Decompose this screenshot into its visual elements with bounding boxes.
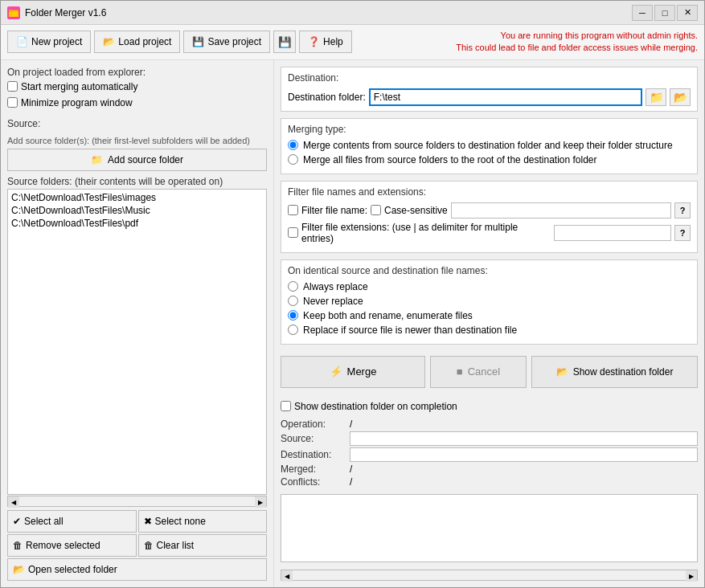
show-dest-on-complete-row: Show destination folder on completion xyxy=(281,401,698,412)
filter-name-help-button[interactable]: ? xyxy=(674,202,691,218)
load-project-button[interactable]: 📂 Load project xyxy=(94,31,180,53)
merged-row: Merged: / xyxy=(281,463,698,475)
case-sensitive-checkbox[interactable] xyxy=(371,205,381,215)
bottom-buttons: ✔ Select all ✖ Select none 🗑 Remove sele… xyxy=(7,510,267,581)
minimize-button[interactable]: ─ xyxy=(632,5,653,21)
operation-row: Operation: / xyxy=(281,419,698,430)
operation-label: Operation: xyxy=(281,419,345,430)
list-item[interactable]: C:\NetDownload\TestFiles\images xyxy=(10,191,264,204)
source-progress-row: Source: xyxy=(281,431,698,446)
merged-value: / xyxy=(350,463,352,475)
extra-button[interactable]: 💾 xyxy=(273,31,296,53)
new-project-icon: 📄 xyxy=(16,36,28,47)
clear-list-icon: 🗑 xyxy=(144,540,154,551)
minimize-window-checkbox[interactable] xyxy=(7,97,18,108)
identical-option4-row: Replace if source file is newer than des… xyxy=(288,325,691,336)
svg-rect-1 xyxy=(9,11,18,17)
minimize-window-row: Minimize program window xyxy=(7,97,267,108)
filter-name-input[interactable] xyxy=(451,202,671,218)
toolbar: 📄 New project 📂 Load project 💾 Save proj… xyxy=(1,25,704,60)
select-all-icon: ✔ xyxy=(13,516,21,527)
select-all-button[interactable]: ✔ Select all xyxy=(7,510,137,533)
window-controls: ─ □ ✕ xyxy=(632,5,698,21)
merging-type-title: Merging type: xyxy=(288,124,691,135)
list-item[interactable]: C:\NetDownload\TestFiles\pdf xyxy=(10,217,264,230)
scroll-track[interactable] xyxy=(19,496,255,506)
log-scroll-left[interactable]: ◀ xyxy=(281,570,293,582)
main-content: On project loaded from explorer: Start m… xyxy=(1,60,704,587)
clear-list-button[interactable]: 🗑 Clear list xyxy=(138,534,268,557)
source-progress-label: Source: xyxy=(281,433,345,444)
show-dest-on-complete-label: Show destination folder on completion xyxy=(294,401,457,412)
add-source-icon: 📁 xyxy=(91,154,103,165)
right-panel: Destination: Destination folder: 📁 📂 Mer… xyxy=(274,60,704,587)
show-dest-icon: 📂 xyxy=(556,366,568,378)
identical-option3-radio[interactable] xyxy=(288,310,298,321)
identical-option1-radio[interactable] xyxy=(288,281,298,292)
dest-progress-bar xyxy=(350,447,698,462)
list-item[interactable]: C:\NetDownload\TestFiles\Music xyxy=(10,204,264,217)
merge-option2-radio[interactable] xyxy=(288,154,298,165)
merge-option1-radio[interactable] xyxy=(288,140,298,150)
select-none-icon: ✖ xyxy=(144,516,152,527)
destination-folder-input[interactable] xyxy=(369,88,642,106)
merge-option1-label: Merge contents from source folders to de… xyxy=(303,140,673,151)
remove-selected-button[interactable]: 🗑 Remove selected xyxy=(7,534,137,557)
start-merging-label: Start merging automatically xyxy=(21,81,137,92)
identical-option2-radio[interactable] xyxy=(288,296,298,306)
scroll-right-button[interactable]: ▶ xyxy=(255,496,266,508)
start-merging-checkbox[interactable] xyxy=(7,81,18,92)
new-project-button[interactable]: 📄 New project xyxy=(7,31,91,53)
browse-folder-button[interactable]: 📁 xyxy=(646,88,666,106)
identical-option1-row: Always replace xyxy=(288,281,691,292)
merge-option1-row: Merge contents from source folders to de… xyxy=(288,140,691,151)
dest-progress-label: Destination: xyxy=(281,449,345,460)
merge-button[interactable]: ⚡ Merge xyxy=(281,356,425,388)
scroll-left-button[interactable]: ◀ xyxy=(8,496,19,508)
help-icon: ❓ xyxy=(308,36,320,47)
add-source-description: Add source folder(s): (their first-level… xyxy=(7,136,267,145)
maximize-button[interactable]: □ xyxy=(654,5,675,21)
select-none-button[interactable]: ✖ Select none xyxy=(138,510,268,533)
close-button[interactable]: ✕ xyxy=(677,5,698,21)
conflicts-label: Conflicts: xyxy=(281,476,345,488)
title-bar: Folder Merger v1.6 ─ □ ✕ xyxy=(1,1,704,25)
dest-progress-row: Destination: xyxy=(281,447,698,462)
identical-option3-row: Keep both and rename, enumerate files xyxy=(288,310,691,321)
help-button[interactable]: ❓ Help xyxy=(299,31,352,53)
filter-ext-help-button[interactable]: ? xyxy=(674,225,691,241)
log-scrollbar[interactable]: ◀ ▶ xyxy=(281,570,698,581)
window-title: Folder Merger v1.6 xyxy=(25,7,632,18)
case-sensitive-label: Case-sensitive xyxy=(384,205,448,216)
left-panel: On project loaded from explorer: Start m… xyxy=(1,60,274,587)
start-merging-row: Start merging automatically xyxy=(7,81,267,92)
main-window: Folder Merger v1.6 ─ □ ✕ 📄 New project 📂… xyxy=(0,0,705,588)
identical-option2-row: Never replace xyxy=(288,296,691,307)
log-scroll-right[interactable]: ▶ xyxy=(686,570,697,582)
show-dest-on-complete-checkbox[interactable] xyxy=(281,401,291,411)
filter-ext-checkbox[interactable] xyxy=(288,227,298,238)
cancel-button[interactable]: ■ Cancel xyxy=(430,356,527,388)
filter-name-checkbox[interactable] xyxy=(288,205,298,215)
horizontal-scrollbar[interactable]: ◀ ▶ xyxy=(7,496,267,507)
filter-ext-input[interactable] xyxy=(554,225,671,241)
open-selected-folder-button[interactable]: 📂 Open selected folder xyxy=(7,558,267,581)
log-scroll-track xyxy=(293,570,686,580)
add-source-folder-button[interactable]: 📁 Add source folder xyxy=(7,149,267,171)
folder-list-label: Source folders: (their contents will be … xyxy=(7,176,267,187)
action-row: ⚡ Merge ■ Cancel 📂 Show destination fold… xyxy=(281,351,698,393)
log-box[interactable] xyxy=(281,494,698,562)
merge-icon: ⚡ xyxy=(330,365,342,378)
identical-option4-label: Replace if source file is newer than des… xyxy=(303,325,517,336)
progress-section: Operation: / Source: Destination: Merged… xyxy=(281,419,698,488)
identical-option4-radio[interactable] xyxy=(288,325,298,335)
show-destination-button[interactable]: 📂 Show destination folder xyxy=(531,356,698,388)
save-project-button[interactable]: 💾 Save project xyxy=(183,31,270,53)
open-folder-button[interactable]: 📂 xyxy=(670,88,691,106)
remove-selected-icon: 🗑 xyxy=(13,540,23,551)
source-label: Source: xyxy=(7,118,267,129)
merging-type-section: Merging type: Merge contents from source… xyxy=(281,118,698,174)
folder-list[interactable]: C:\NetDownload\TestFiles\images C:\NetDo… xyxy=(7,189,267,495)
project-section-label: On project loaded from explorer: xyxy=(7,67,267,78)
identical-option2-label: Never replace xyxy=(303,296,363,307)
